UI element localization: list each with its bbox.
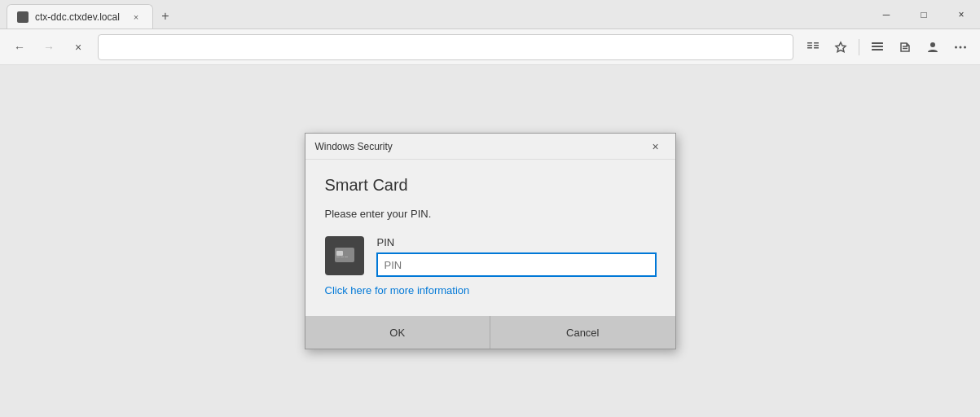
- tab-favicon: [17, 11, 29, 23]
- windows-security-dialog: Windows Security × Smart Card Please ent…: [305, 133, 676, 349]
- svg-point-13: [955, 46, 957, 48]
- svg-rect-7: [872, 42, 883, 44]
- dialog-body: Smart Card Please enter your PIN.: [305, 160, 675, 296]
- hub-icon[interactable]: [864, 34, 890, 60]
- svg-rect-9: [872, 49, 883, 50]
- svg-point-14: [960, 46, 962, 48]
- dialog-subtitle: Please enter your PIN.: [325, 208, 656, 220]
- svg-rect-17: [336, 251, 343, 256]
- maximize-button[interactable]: □: [905, 0, 943, 29]
- ok-button[interactable]: OK: [305, 316, 490, 349]
- close-button[interactable]: ×: [943, 0, 980, 29]
- svg-rect-8: [872, 46, 883, 47]
- forward-button[interactable]: →: [36, 34, 62, 60]
- svg-rect-5: [814, 47, 819, 49]
- back-button[interactable]: ←: [7, 34, 33, 60]
- page-content: Windows Security × Smart Card Please ent…: [0, 65, 980, 417]
- more-info-link[interactable]: Click here for more information: [325, 284, 656, 296]
- address-bar[interactable]: [98, 34, 793, 60]
- svg-rect-19: [341, 257, 344, 257]
- tab-title: ctx-ddc.ctxdev.local: [35, 11, 120, 23]
- smart-card-icon: [325, 236, 364, 275]
- minimize-button[interactable]: ─: [868, 0, 905, 29]
- nav-bar: ← → ×: [0, 29, 980, 65]
- account-icon[interactable]: [920, 34, 946, 60]
- browser-window: ctx-ddc.ctxdev.local × + ─ □ × ← → ×: [0, 0, 980, 417]
- reading-view-icon[interactable]: [800, 34, 826, 60]
- pin-label: PIN: [377, 236, 656, 248]
- svg-rect-4: [814, 45, 819, 46]
- tab-close-button[interactable]: ×: [130, 11, 143, 24]
- pin-input[interactable]: [377, 253, 656, 276]
- svg-rect-3: [814, 42, 819, 44]
- favorites-icon[interactable]: [828, 34, 854, 60]
- svg-point-12: [930, 42, 935, 47]
- title-bar: ctx-ddc.ctxdev.local × + ─ □ ×: [0, 0, 980, 29]
- svg-rect-1: [807, 45, 812, 46]
- dialog-heading: Smart Card: [325, 176, 656, 195]
- new-tab-button[interactable]: +: [153, 4, 178, 29]
- dialog-title: Windows Security: [315, 141, 646, 152]
- refresh-button[interactable]: ×: [65, 34, 91, 60]
- svg-rect-18: [336, 257, 340, 257]
- toolbar-separator: [859, 39, 859, 55]
- svg-rect-20: [345, 257, 348, 257]
- dialog-overlay: Windows Security × Smart Card Please ent…: [0, 65, 980, 417]
- window-controls: ─ □ ×: [868, 0, 980, 29]
- tab-strip: ctx-ddc.ctxdev.local × +: [0, 0, 868, 29]
- pin-field-wrapper: PIN: [377, 236, 656, 276]
- cancel-button[interactable]: Cancel: [490, 316, 675, 349]
- browser-tab[interactable]: ctx-ddc.ctxdev.local ×: [7, 4, 153, 29]
- svg-rect-2: [807, 47, 812, 49]
- svg-marker-6: [836, 42, 846, 52]
- web-note-icon[interactable]: [892, 34, 918, 60]
- dialog-titlebar: Windows Security ×: [305, 134, 675, 160]
- toolbar-right: [800, 34, 973, 60]
- svg-rect-0: [807, 42, 812, 44]
- svg-point-15: [964, 46, 966, 48]
- more-button[interactable]: [947, 34, 973, 60]
- dialog-footer: OK Cancel: [305, 316, 675, 349]
- dialog-close-button[interactable]: ×: [646, 137, 666, 156]
- address-input[interactable]: [107, 41, 784, 53]
- dialog-form-row: PIN: [325, 236, 656, 276]
